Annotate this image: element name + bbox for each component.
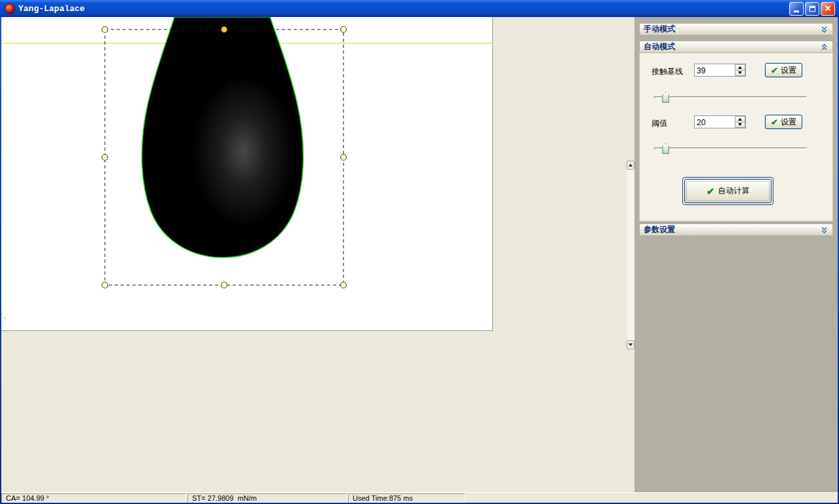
param-settings-title: 参数设置 — [644, 224, 675, 235]
threshold-set-button[interactable]: ✔ 设置 — [765, 115, 802, 129]
maximize-icon — [810, 6, 815, 12]
handle-top-right[interactable] — [341, 27, 347, 33]
scroll-up-button[interactable] — [627, 161, 634, 170]
handle-bottom-right[interactable] — [341, 282, 347, 288]
threshold-slider-thumb[interactable] — [662, 143, 669, 154]
auto-calc-button[interactable]: ✔ 自动计算 — [684, 179, 771, 203]
spin-up-icon — [738, 118, 742, 121]
minimize-button[interactable] — [789, 2, 804, 16]
close-button[interactable]: ✕ — [821, 2, 835, 16]
pendant-drop — [142, 17, 303, 258]
auto-calc-label: 自动计算 — [718, 185, 749, 197]
baseline-set-button[interactable]: ✔ 设置 — [765, 63, 802, 77]
handle-bottom-left[interactable] — [102, 282, 108, 288]
threshold-slider[interactable] — [654, 143, 807, 155]
check-icon: ✔ — [771, 118, 778, 126]
control-panel: 手动模式 自动模式 接触基线 — [634, 17, 838, 492]
vertical-scrollbar[interactable] — [627, 161, 634, 349]
chevron-double-down-icon[interactable] — [820, 26, 829, 33]
threshold-spinbox — [694, 115, 746, 128]
arrow-up-icon — [629, 164, 633, 166]
app-window: Yang-Lapalace ✕ — [0, 0, 839, 504]
spin-up-icon — [738, 66, 742, 69]
auto-mode-header[interactable]: 自动模式 — [639, 41, 833, 53]
chevron-double-down-icon[interactable] — [820, 226, 829, 234]
scroll-down-button[interactable] — [627, 340, 634, 349]
handle-bottom-mid[interactable] — [222, 282, 227, 288]
auto-mode-title: 自动模式 — [644, 41, 675, 52]
baseline-set-label: 设置 — [781, 65, 796, 76]
handle-top-left[interactable] — [102, 27, 108, 33]
status-used-time: Used Time:875 ms — [348, 494, 465, 503]
check-icon: ✔ — [707, 186, 715, 196]
baseline-label: 接触基线 — [652, 66, 683, 77]
baseline-slider-thumb[interactable] — [662, 92, 669, 103]
drop-image-svg: . — [1, 17, 493, 331]
param-settings-header[interactable]: 参数设置 — [639, 223, 833, 236]
threshold-label: 阈值 — [652, 118, 667, 129]
threshold-set-label: 设置 — [781, 117, 796, 128]
handle-top-mid[interactable] — [222, 27, 227, 33]
baseline-input[interactable] — [695, 64, 735, 76]
threshold-spin-down-button[interactable] — [735, 123, 745, 128]
manual-mode-title: 手动模式 — [644, 24, 675, 35]
handle-mid-left[interactable] — [102, 155, 108, 161]
check-icon: ✔ — [771, 66, 778, 75]
chevron-double-up-icon[interactable] — [820, 43, 829, 51]
status-bar: CA= 104.99 ° ST= 27.9809 mN/m Used Time:… — [1, 492, 838, 503]
status-surface-tension: ST= 27.9809 mN/m — [187, 494, 347, 503]
baseline-slider-track[interactable] — [654, 96, 807, 99]
window-title: Yang-Lapalace — [18, 4, 789, 14]
image-canvas[interactable]: . — [1, 17, 493, 331]
spin-down-icon — [738, 123, 742, 126]
spin-down-icon — [738, 71, 742, 74]
minimize-icon — [794, 10, 799, 12]
title-bar: Yang-Lapalace ✕ — [0, 0, 839, 17]
handle-mid-right[interactable] — [341, 155, 347, 161]
auto-mode-panel: 接触基线 ✔ 设置 阈值 — [639, 53, 833, 222]
baseline-spin-down-button[interactable] — [735, 71, 745, 77]
baseline-spin-up-button[interactable] — [735, 64, 745, 71]
auto-calc-button-wrap: ✔ 自动计算 — [682, 177, 773, 205]
threshold-spin-up-button[interactable] — [735, 116, 745, 123]
baseline-spin-buttons — [735, 64, 745, 76]
threshold-spin-buttons — [735, 116, 745, 128]
threshold-input[interactable] — [695, 116, 735, 128]
baseline-spinbox — [694, 64, 746, 77]
scrollbar-track[interactable] — [627, 170, 634, 340]
app-icon — [5, 3, 15, 14]
manual-mode-header[interactable]: 手动模式 — [639, 23, 833, 35]
arrow-down-icon — [629, 343, 633, 346]
stray-dot: . — [4, 311, 6, 320]
baseline-slider[interactable] — [654, 92, 807, 104]
window-controls: ✕ — [789, 2, 835, 16]
maximize-button[interactable] — [805, 2, 819, 16]
threshold-slider-track[interactable] — [654, 147, 807, 150]
close-icon: ✕ — [825, 5, 831, 12]
status-contact-angle: CA= 104.99 ° — [1, 494, 186, 503]
